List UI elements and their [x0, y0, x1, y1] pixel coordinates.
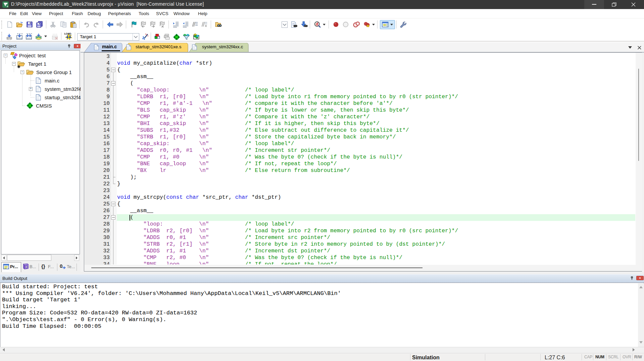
svg-text:d: d — [316, 22, 318, 26]
svg-text:s: s — [7, 5, 8, 8]
svg-text:LOAD: LOAD — [64, 32, 71, 35]
svg-text:?: ? — [26, 266, 28, 269]
